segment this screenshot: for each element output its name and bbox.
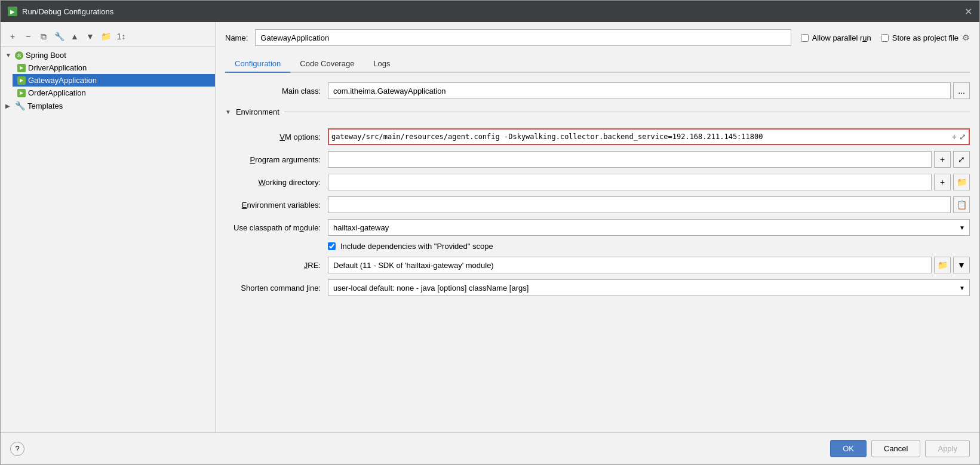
include-deps-row: Include dependencies with "Provided" sco… xyxy=(225,242,970,251)
shorten-cmd-label: Shorten command line: xyxy=(225,284,321,292)
name-input[interactable] xyxy=(255,29,791,46)
remove-config-button[interactable]: − xyxy=(21,29,35,44)
env-variables-label: Environment variables: xyxy=(225,201,321,210)
allow-parallel-run-row: Allow parallel run xyxy=(801,33,871,42)
classpath-select[interactable]: hailtaxi-gateway xyxy=(328,219,970,236)
vm-options-box: + ⤢ xyxy=(328,128,970,145)
vm-options-actions: + ⤢ xyxy=(950,132,966,141)
env-variables-edit-button[interactable]: 📋 xyxy=(953,196,970,213)
driver-application-item[interactable]: ▶ DriverApplication xyxy=(13,61,215,74)
working-directory-add-button[interactable]: + xyxy=(934,174,951,190)
header-right: Allow parallel run Store as project file… xyxy=(801,33,970,42)
title-bar: ▶ Run/Debug Configurations ✕ xyxy=(1,1,979,22)
order-app-icon: ▶ xyxy=(17,89,26,97)
jre-browse-button[interactable]: 📁 xyxy=(934,257,951,273)
allow-parallel-run-checkbox[interactable] xyxy=(801,34,809,42)
working-directory-input[interactable] xyxy=(328,174,932,190)
main-class-input[interactable] xyxy=(328,82,951,99)
cancel-button[interactable]: Cancel xyxy=(871,440,920,457)
sort-button[interactable]: 1↕ xyxy=(114,29,128,44)
spring-boot-group[interactable]: ▼ S Spring Boot xyxy=(1,49,215,61)
sidebar: + − ⧉ 🔧 ▲ ▼ 📁 1↕ ▼ S Spring Boot ▶ xyxy=(1,22,216,432)
driver-app-icon: ▶ xyxy=(17,64,26,72)
dialog-icon: ▶ xyxy=(8,7,17,16)
bottom-left: ? xyxy=(10,442,24,456)
configuration-form: Main class: ... ▼ Environment VM options xyxy=(225,82,970,296)
program-arguments-label: Program arguments: xyxy=(225,155,321,164)
shorten-cmd-select-wrapper: user-local default: none - java [options… xyxy=(328,279,970,296)
program-arguments-add-button[interactable]: + xyxy=(934,151,951,168)
apply-button[interactable]: Apply xyxy=(925,440,970,457)
tab-code-coverage[interactable]: Code Coverage xyxy=(290,56,364,73)
name-row: Name: Allow parallel run Store as projec… xyxy=(225,29,970,46)
env-variables-row: Environment variables: 📋 xyxy=(225,196,970,213)
shorten-cmd-row: Shorten command line: user-local default… xyxy=(225,279,970,296)
jre-input[interactable] xyxy=(328,257,932,273)
order-application-item[interactable]: ▶ OrderApplication xyxy=(13,87,215,99)
add-config-button[interactable]: + xyxy=(5,29,20,44)
spring-boot-children: ▶ DriverApplication ▶ GatewayApplication… xyxy=(1,61,215,99)
help-button[interactable]: ? xyxy=(10,442,24,456)
jre-label: JRE: xyxy=(225,261,321,270)
shorten-cmd-select[interactable]: user-local default: none - java [options… xyxy=(328,279,970,296)
store-settings-gear-icon[interactable]: ⚙ xyxy=(962,33,970,42)
templates-label: Templates xyxy=(27,101,63,110)
tab-configuration[interactable]: Configuration xyxy=(225,56,290,73)
include-deps-checkbox[interactable] xyxy=(328,242,336,250)
include-deps-label: Include dependencies with "Provided" sco… xyxy=(340,242,493,251)
dialog-title: Run/Debug Configurations xyxy=(22,7,113,16)
working-directory-row: Working directory: + 📁 xyxy=(225,174,970,190)
store-as-project-row: Store as project file ⚙ xyxy=(881,33,970,42)
jre-dropdown-button[interactable]: ▼ xyxy=(953,257,970,273)
environment-section-line xyxy=(284,112,970,112)
spring-boot-icon: S xyxy=(15,51,23,60)
tab-logs[interactable]: Logs xyxy=(364,56,400,73)
move-down-button[interactable]: ▼ xyxy=(83,29,97,44)
vm-options-input[interactable] xyxy=(331,133,950,141)
run-debug-dialog: ▶ Run/Debug Configurations ✕ + − ⧉ 🔧 ▲ ▼… xyxy=(0,0,980,465)
main-content: + − ⧉ 🔧 ▲ ▼ 📁 1↕ ▼ S Spring Boot ▶ xyxy=(1,22,979,432)
main-class-label: Main class: xyxy=(225,87,321,96)
vm-options-add-button[interactable]: + xyxy=(952,132,957,141)
templates-icon: 🔧 xyxy=(15,101,25,110)
working-directory-browse-button[interactable]: 📁 xyxy=(953,174,970,190)
working-directory-group: + 📁 xyxy=(328,174,970,190)
environment-section-header: ▼ Environment xyxy=(225,107,970,116)
main-class-field-group: ... xyxy=(328,82,970,99)
ok-button[interactable]: OK xyxy=(830,440,867,457)
program-arguments-expand-button[interactable]: ⤢ xyxy=(953,151,970,168)
env-variables-group: 📋 xyxy=(328,196,970,213)
close-button[interactable]: ✕ xyxy=(964,6,972,17)
bottom-bar: ? OK Cancel Apply xyxy=(1,432,979,464)
driver-application-label: DriverApplication xyxy=(28,63,87,72)
env-variables-input[interactable] xyxy=(328,196,951,213)
program-arguments-input[interactable] xyxy=(328,151,932,168)
gateway-app-icon: ▶ xyxy=(17,76,26,85)
spring-boot-label: Spring Boot xyxy=(26,51,66,60)
title-bar-left: ▶ Run/Debug Configurations xyxy=(8,7,113,16)
working-directory-label: Working directory: xyxy=(225,178,321,187)
folder-button[interactable]: 📁 xyxy=(99,29,113,44)
move-up-button[interactable]: ▲ xyxy=(67,29,82,44)
classpath-select-wrapper: hailtaxi-gateway ▼ xyxy=(328,219,970,236)
store-as-project-label: Store as project file xyxy=(892,33,959,42)
templates-group[interactable]: ▶ 🔧 Templates xyxy=(1,99,215,112)
main-class-row: Main class: ... xyxy=(225,82,970,99)
spring-boot-chevron: ▼ xyxy=(5,52,13,58)
vm-options-expand-button[interactable]: ⤢ xyxy=(959,132,966,141)
main-class-browse-button[interactable]: ... xyxy=(953,82,970,99)
vm-options-label: VM options: xyxy=(225,133,321,141)
gateway-application-item[interactable]: ▶ GatewayApplication xyxy=(13,74,215,87)
name-label: Name: xyxy=(225,33,248,42)
templates-chevron: ▶ xyxy=(5,103,13,109)
right-panel: Name: Allow parallel run Store as projec… xyxy=(216,22,979,432)
classpath-label: Use classpath of module: xyxy=(225,223,321,232)
store-as-project-checkbox[interactable] xyxy=(881,34,889,42)
vm-options-row: VM options: + ⤢ xyxy=(225,128,970,145)
environment-collapse-button[interactable]: ▼ xyxy=(225,109,231,115)
settings-config-button[interactable]: 🔧 xyxy=(52,29,66,44)
classpath-row: Use classpath of module: hailtaxi-gatewa… xyxy=(225,219,970,236)
name-section: Name: xyxy=(225,29,791,46)
gateway-application-label: GatewayApplication xyxy=(28,76,97,85)
copy-config-button[interactable]: ⧉ xyxy=(36,29,51,44)
